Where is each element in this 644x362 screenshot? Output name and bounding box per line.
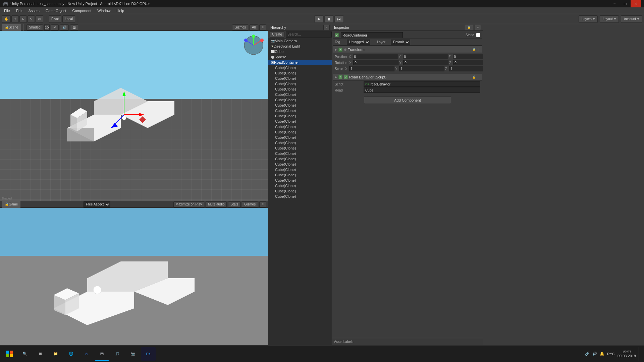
taskbar-ps[interactable]: Ps	[141, 347, 156, 361]
transform-cb[interactable]: ✓	[338, 48, 342, 52]
hierarchy-item-cube-clone-24[interactable]: Cube(Clone)	[268, 188, 332, 194]
scene-toggle-btn[interactable]: 🔊	[60, 24, 69, 31]
hierarchy-item-cube-clone-22[interactable]: Cube(Clone)	[268, 178, 332, 183]
hierarchy-item-cube-clone-2[interactable]: Cube(Clone)	[268, 70, 332, 76]
hierarchy-item-cube-clone-17[interactable]: Cube(Clone)	[268, 151, 332, 156]
static-checkbox[interactable]	[476, 33, 480, 37]
step-button[interactable]: ⏭	[334, 15, 344, 23]
hierarchy-item-cube-clone-13[interactable]: Cube(Clone)	[268, 129, 332, 135]
rect-tool[interactable]: ▭	[36, 15, 43, 23]
scale-tool[interactable]: ⤡	[28, 15, 35, 23]
taskbar-search[interactable]: 🔍	[17, 347, 32, 361]
menu-component[interactable]: Component	[69, 8, 94, 13]
pos-z-input[interactable]: 0	[453, 54, 483, 59]
hierarchy-item-sphere[interactable]: ⬤ Sphere	[268, 54, 332, 60]
hierarchy-item-directional-light[interactable]: ☀ Directional Light	[268, 44, 332, 49]
scene-shaded-btn[interactable]: Shaded	[26, 24, 43, 31]
hierarchy-item-cube-clone-19[interactable]: Cube(Clone)	[268, 162, 332, 167]
pivot-button[interactable]: Pivot	[49, 15, 61, 23]
hierarchy-item-cube-clone-18[interactable]: Cube(Clone)	[268, 156, 332, 162]
taskbar-photo[interactable]: 📷	[125, 347, 140, 361]
inspector-menu-btn[interactable]: ≡	[475, 25, 481, 30]
local-button[interactable]: Local	[62, 15, 75, 23]
gizmos-game-btn[interactable]: Gizmos	[242, 201, 258, 207]
rot-y-input[interactable]: 0	[403, 60, 448, 65]
gizmos-btn[interactable]: Gizmos	[232, 24, 248, 31]
tab-scene[interactable]: 🔒 Scene	[2, 24, 21, 31]
hierarchy-search[interactable]	[286, 32, 332, 38]
menu-edit[interactable]: Edit	[13, 8, 25, 13]
active-checkbox[interactable]: ✓	[335, 33, 339, 37]
game-menu-btn[interactable]: ≡	[259, 201, 266, 207]
hierarchy-item-cube-clone-23[interactable]: Cube(Clone)	[268, 183, 332, 188]
hierarchy-item-cube-clone-25[interactable]: Cube(Clone)	[268, 194, 332, 199]
hierarchy-item-cube-clone-1[interactable]: Cube(Clone)	[268, 65, 332, 70]
hierarchy-item-cube-clone-8[interactable]: Cube(Clone)	[268, 103, 332, 108]
taskbar-show-desktop[interactable]	[639, 347, 641, 361]
hierarchy-item-cube-clone-16[interactable]: Cube(Clone)	[268, 145, 332, 151]
rotate-tool[interactable]: ↻	[19, 15, 27, 23]
tag-dropdown[interactable]: Untagged	[347, 40, 370, 45]
scene-2d-btn[interactable]: 2D	[44, 24, 50, 31]
scene-menu-btn[interactable]: ≡	[259, 24, 266, 31]
layer-dropdown[interactable]: Default	[391, 40, 410, 45]
menu-assets[interactable]: Assets	[26, 8, 42, 13]
hierarchy-item-cube-clone-6[interactable]: Cube(Clone)	[268, 92, 332, 97]
hierarchy-item-cube-clone-7[interactable]: Cube(Clone)	[268, 97, 332, 103]
hierarchy-item-cube-clone-21[interactable]: Cube(Clone)	[268, 172, 332, 178]
hierarchy-item-roadcontainer[interactable]: ▣ RoadContainer	[268, 60, 332, 65]
maximize-play-btn[interactable]: Maximize on Play	[173, 201, 204, 207]
add-component-button[interactable]: Add Component	[364, 97, 451, 104]
hierarchy-item-cube-clone-9[interactable]: Cube(Clone)	[268, 108, 332, 113]
taskbar-edge[interactable]: 🌐	[64, 347, 78, 361]
aspect-dropdown[interactable]: Free Aspect	[84, 201, 110, 207]
menu-help[interactable]: Help	[114, 8, 127, 13]
rb-enable-cb[interactable]: ✓	[338, 75, 342, 79]
move-tool[interactable]: ✛	[11, 15, 19, 23]
scene-options-btn[interactable]: ☀	[51, 24, 59, 31]
close-button[interactable]: ✕	[631, 0, 641, 7]
menu-gameobject[interactable]: GameObject	[43, 8, 69, 13]
taskbar-task-view[interactable]: ⊞	[33, 347, 48, 361]
hierarchy-item-cube[interactable]: ⬜ Cube	[268, 49, 332, 54]
account-dropdown[interactable]: Account ▾	[621, 15, 642, 23]
hierarchy-menu-btn[interactable]: ≡	[323, 25, 330, 30]
hierarchy-item-cube-clone-4[interactable]: Cube(Clone)	[268, 81, 332, 86]
taskbar-explorer[interactable]: 📁	[48, 347, 63, 361]
hierarchy-create-btn[interactable]: Create	[270, 32, 284, 38]
play-button[interactable]: ▶	[314, 15, 324, 23]
hierarchy-item-cube-clone-11[interactable]: Cube(Clone)	[268, 119, 332, 124]
taskbar-music[interactable]: 🎵	[110, 347, 125, 361]
scene-img-btn[interactable]: 🖼	[70, 24, 78, 31]
hierarchy-item-cube-clone-20[interactable]: Cube(Clone)	[268, 167, 332, 172]
hierarchy-item-cube-clone-14[interactable]: Cube(Clone)	[268, 135, 332, 140]
pos-y-input[interactable]: 0	[403, 54, 448, 59]
hand-tool[interactable]: ✋	[2, 15, 11, 23]
layers-dropdown[interactable]: Layers ▾	[579, 15, 598, 23]
maximize-button[interactable]: □	[620, 0, 631, 7]
mute-btn[interactable]: Mute audio	[206, 201, 227, 207]
window-controls[interactable]: − □ ✕	[609, 0, 641, 7]
all-btn[interactable]: All	[250, 24, 258, 31]
scl-y-input[interactable]: 1	[399, 66, 444, 71]
inspector-lock-btn[interactable]: 🔒	[465, 25, 473, 30]
hierarchy-item-cube-clone-3[interactable]: Cube(Clone)	[268, 76, 332, 81]
minimize-button[interactable]: −	[609, 0, 620, 7]
hierarchy-item-cube-clone-12[interactable]: Cube(Clone)	[268, 124, 332, 129]
hierarchy-item-cube-clone-5[interactable]: Cube(Clone)	[268, 86, 332, 92]
hierarchy-item-cube-clone-10[interactable]: Cube(Clone)	[268, 113, 332, 119]
object-name-field[interactable]: RoadContainer	[341, 32, 403, 38]
rot-z-input[interactable]: 0	[453, 60, 483, 65]
pos-x-input[interactable]: 0	[353, 54, 398, 59]
layout-dropdown[interactable]: Layout ▾	[600, 15, 619, 23]
menu-file[interactable]: File	[1, 8, 13, 13]
scl-z-input[interactable]: 1	[449, 66, 483, 71]
stats-btn[interactable]: Stats	[228, 201, 240, 207]
menu-window[interactable]: Window	[95, 8, 113, 13]
hierarchy-item-main-camera[interactable]: 📷 Main Camera	[268, 38, 332, 44]
tab-game[interactable]: 🔒 Game	[2, 201, 20, 208]
start-button[interactable]	[3, 347, 16, 361]
rot-x-input[interactable]: 0	[353, 60, 398, 65]
pause-button[interactable]: ⏸	[324, 15, 334, 23]
scl-x-input[interactable]: 1	[349, 66, 394, 71]
